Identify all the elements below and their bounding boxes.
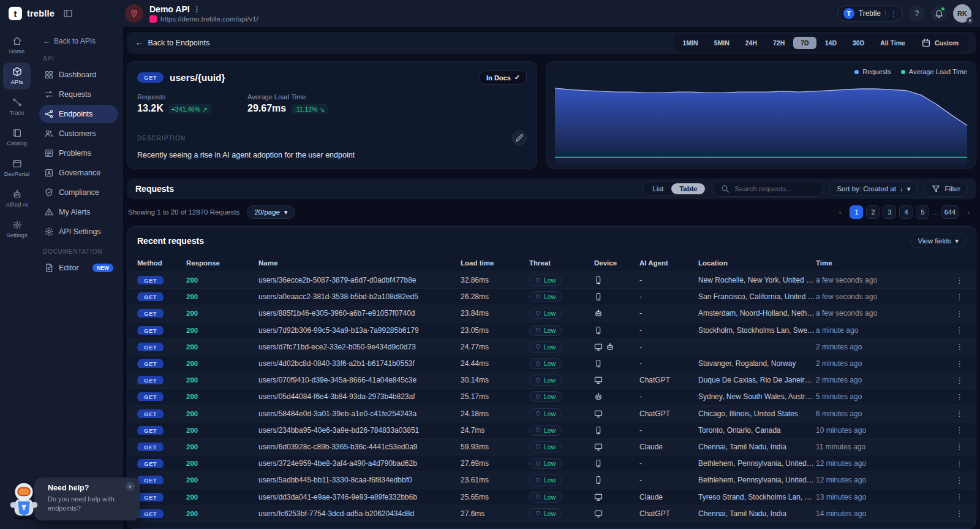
notifications-button[interactable] (931, 6, 947, 21)
range-5min[interactable]: 5MIN (707, 37, 737, 49)
row-menu-button[interactable]: ⋮ (953, 476, 966, 485)
sidebar-item-api-settings[interactable]: API Settings (39, 223, 118, 241)
range-24h[interactable]: 24H (738, 37, 764, 49)
range-72h[interactable]: 72H (766, 37, 792, 49)
row-menu-button[interactable]: ⋮ (953, 509, 966, 518)
page-5-button[interactable]: 5 (916, 205, 929, 219)
sort-direction-icon: ↓ (900, 185, 903, 192)
back-to-endpoints-link[interactable]: ← Back to Endpoints (135, 39, 209, 47)
row-menu-button[interactable]: ⋮ (953, 409, 966, 418)
alfred-bot-avatar[interactable] (6, 481, 42, 520)
page-2-button[interactable]: 2 (866, 205, 880, 219)
row-menu-button[interactable]: ⋮ (953, 342, 966, 351)
row-menu-button[interactable]: ⋮ (953, 359, 966, 368)
sidebar-item-endpoints[interactable]: Endpoints (39, 105, 118, 123)
view-fields-button[interactable]: View fields ▾ (910, 234, 966, 248)
api-menu-icon[interactable]: ⋮ (194, 5, 201, 13)
rail-item-alfred-ai[interactable]: Alfred AI (3, 185, 31, 212)
sidebar-item-problems[interactable]: Problems (39, 144, 118, 162)
table-row[interactable]: GET 200 users/885f1b46-e305-3960-a6b7-e9… (127, 305, 976, 322)
row-menu-button[interactable]: ⋮ (953, 459, 966, 468)
search-input[interactable] (734, 185, 814, 192)
showing-text: Showing 1 to 20 of 12870 Requests (128, 208, 239, 216)
chat-bubble[interactable]: Need help? Do you need help with endpoin… (34, 478, 140, 520)
table-row[interactable]: GET 200 users/4d02bc8d-0840-33f6-a2b1-b6… (127, 356, 976, 372)
user-avatar[interactable]: RK ▾ (953, 4, 971, 23)
page-644-button[interactable]: 644 (941, 205, 959, 219)
filter-button[interactable]: Filter (924, 181, 968, 197)
edit-description-button[interactable] (512, 131, 527, 145)
table-row[interactable]: GET 200 users/d7fc71bd-ece2-33e2-b050-9e… (127, 339, 976, 356)
table-row[interactable]: GET 200 users/36ecce2b-5087-3879-a6d7-d0… (127, 272, 976, 289)
row-menu-button[interactable]: ⋮ (953, 492, 966, 501)
table-row[interactable]: GET 200 users/58484e0d-3a01-39eb-a1e0-c4… (127, 406, 976, 422)
threat-badge: Low (529, 492, 562, 503)
row-menu-button[interactable]: ⋮ (953, 425, 966, 435)
legend-requests: Requests (854, 68, 891, 75)
rail-item-home[interactable]: Home (3, 32, 31, 59)
rail-item-apis[interactable]: APIs (3, 63, 31, 89)
rail-item-devportal[interactable]: DevPortal (3, 154, 31, 181)
range-custom[interactable]: Custom (914, 36, 966, 50)
collapse-sidebar-icon[interactable] (63, 9, 73, 18)
calendar-icon (921, 38, 931, 48)
in-docs-badge[interactable]: In Docs ✓ (480, 70, 527, 85)
location: Stavanger, Rogaland, Norway (698, 359, 816, 368)
row-menu-button[interactable]: ⋮ (953, 292, 966, 302)
sidebar-item-customers[interactable]: Customers (39, 124, 118, 143)
sidebar-section-documentation: DOCUMENTATION (39, 242, 118, 257)
search-requests[interactable] (713, 181, 823, 197)
range-14d[interactable]: 14D (818, 37, 844, 49)
requests-delta: +341.46% ↗ (168, 104, 211, 114)
sidebar-item-dashboard[interactable]: Dashboard (39, 66, 118, 84)
range-7d[interactable]: 7D (793, 37, 816, 49)
chat-close-button[interactable]: × (126, 482, 135, 491)
range-1min[interactable]: 1MIN (676, 37, 706, 49)
table-row[interactable]: GET 200 users/05d44084-f6e4-3b84-93da-29… (127, 389, 976, 405)
range-all-time[interactable]: All Time (873, 37, 913, 49)
page-1-button[interactable]: 1 (850, 205, 863, 219)
next-page-button[interactable]: › (962, 205, 975, 219)
page-3-button[interactable]: 3 (883, 205, 896, 219)
location: Tyreso Strand, Stockholms Lan, Sw... (698, 493, 816, 501)
table-row[interactable]: GET 200 users/dd3da041-e9ae-3746-9e93-e8… (127, 489, 976, 505)
workspace-switcher[interactable]: T Treblle ⋮ (837, 6, 903, 21)
sidebar-item-my-alerts[interactable]: My Alerts (39, 203, 118, 221)
caret-down-icon: ▾ (907, 185, 911, 193)
view-list-button[interactable]: List (644, 183, 671, 194)
prev-page-button[interactable]: ‹ (833, 205, 846, 219)
row-menu-button[interactable]: ⋮ (953, 392, 966, 402)
range-30d[interactable]: 30D (845, 37, 872, 49)
sidebar-item-governance[interactable]: Governance (39, 164, 118, 182)
table-row[interactable]: GET 200 users/5adbb445-bb11-3330-8caa-f6… (127, 472, 976, 489)
row-menu-button[interactable]: ⋮ (953, 442, 966, 451)
sidebar-item-requests[interactable]: Requests (39, 85, 118, 104)
table-row[interactable]: GET 200 users/fc6253bf-7754-3dcd-ad5a-b2… (127, 506, 976, 522)
ai-agent: - (639, 276, 698, 284)
table-row[interactable]: GET 200 users/070f9410-d39e-345a-8666-41… (127, 372, 976, 389)
sidebar-item-editor[interactable]: Editor NEW (39, 259, 118, 277)
threat-badge: Low (529, 425, 562, 436)
per-page-select[interactable]: 20/page ▾ (247, 205, 295, 219)
table-row[interactable]: GET 200 users/7d92b306-99c5-34a9-b13a-7a… (127, 322, 976, 339)
load-time-delta: -11.12% ↘ (291, 104, 328, 114)
sidebar-item-compliance[interactable]: Compliance (39, 183, 118, 202)
phone-icon (594, 276, 603, 284)
help-button[interactable]: ? (909, 6, 925, 21)
table-row[interactable]: GET 200 users/a0eaacc2-381d-3538-b5bd-b2… (127, 289, 976, 305)
row-menu-button[interactable]: ⋮ (953, 276, 966, 285)
rail-item-trace[interactable]: Trace (3, 93, 31, 120)
table-row[interactable]: GET 200 users/234bba95-40e6-3a9e-bd26-78… (127, 422, 976, 439)
view-table-button[interactable]: Table (671, 183, 705, 194)
rail-item-settings[interactable]: Settings (3, 216, 31, 243)
row-menu-button[interactable]: ⋮ (953, 309, 966, 318)
response-code: 200 (186, 276, 258, 284)
sort-by-button[interactable]: Sort by: Created at ↓ ▾ (829, 181, 918, 196)
row-menu-button[interactable]: ⋮ (953, 376, 966, 385)
table-row[interactable]: GET 200 users/6d03928c-c89b-3365-b36c-44… (127, 439, 976, 455)
row-menu-button[interactable]: ⋮ (953, 325, 966, 335)
table-row[interactable]: GET 200 users/3724e959-4be8-3af4-a490-a4… (127, 455, 976, 472)
rail-item-catalog[interactable]: Catalog (3, 124, 31, 151)
page-4-button[interactable]: 4 (899, 205, 913, 219)
back-to-apis-link[interactable]: ← Back to APIs (39, 34, 118, 48)
